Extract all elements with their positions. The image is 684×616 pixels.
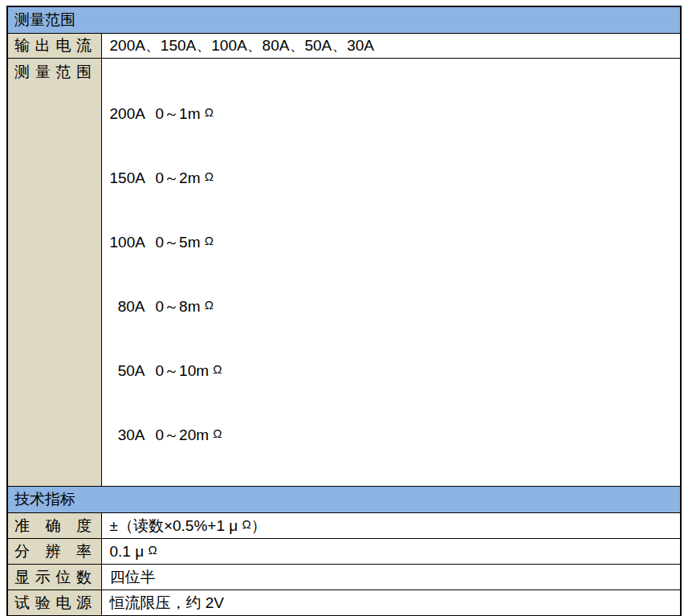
range-line: 100A0～5m Ω: [110, 229, 678, 255]
range-line: 200A0～1m Ω: [110, 100, 678, 127]
row-label-display-digits: 显示位数: [7, 565, 101, 590]
ohm-symbol: Ω: [205, 169, 214, 183]
ohm-symbol: Ω: [205, 298, 214, 312]
row-label-resolution: 分辨率: [7, 539, 101, 565]
row-value-measurement-range: 200A0～1m Ω 150A0～2m Ω 100A0～5m Ω 80A0～8m…: [101, 58, 681, 487]
range-value: 0～8m Ω: [156, 298, 214, 315]
row-value-resolution: 0.1 μ Ω: [101, 539, 681, 565]
row-label-text: 分辨率: [14, 542, 92, 561]
range-value: 0～2m Ω: [156, 169, 214, 186]
range-current: 30A: [110, 423, 145, 448]
range-line: 50A0～10m Ω: [110, 357, 678, 384]
range-line: 30A0～20m Ω: [110, 422, 678, 448]
ohm-symbol: Ω: [205, 234, 214, 247]
range-value: 0～20m Ω: [156, 426, 222, 443]
row-label-output-current: 输出电流: [7, 33, 101, 58]
range-value: 0～1m Ω: [156, 105, 214, 122]
range-value: 0～5m Ω: [156, 234, 214, 251]
row-value-accuracy: ±（读数×0.5%+1 μ Ω）: [101, 513, 681, 539]
row-label-text: 试验电源: [14, 594, 92, 613]
range-current: 80A: [110, 295, 145, 320]
spec-table: 测量范围 输出电流 200A、150A、100A、80A、50A、30A 测量范…: [6, 6, 682, 616]
row-label-measurement-range: 测量范围: [7, 58, 101, 487]
range-current: 100A: [110, 230, 145, 255]
ohm-symbol: Ω: [213, 362, 222, 376]
range-current: 50A: [110, 359, 145, 384]
section-header-tech-specs: 技术指标: [7, 487, 681, 513]
row-label-accuracy: 准确度: [7, 513, 101, 539]
ohm-symbol: Ω: [148, 543, 157, 557]
row-label-text: 输出电流: [14, 36, 92, 55]
row-label-text: 准确度: [14, 516, 92, 536]
range-current: 150A: [110, 166, 145, 191]
section-header-measurement-range: 测量范围: [7, 6, 681, 33]
row-value-test-power: 恒流限压，约 2V: [101, 590, 681, 616]
ohm-symbol: Ω: [205, 105, 214, 119]
range-current: 200A: [110, 102, 145, 127]
row-label-text: 显示位数: [14, 568, 92, 587]
row-value-output-current: 200A、150A、100A、80A、50A、30A: [101, 33, 681, 58]
range-line: 80A0～8m Ω: [110, 293, 678, 320]
range-line: 150A0～2m Ω: [110, 165, 678, 191]
row-value-display-digits: 四位半: [101, 565, 681, 590]
row-label-text: 测量范围: [14, 63, 92, 82]
row-label-test-power: 试验电源: [7, 590, 101, 616]
ohm-symbol: Ω: [242, 517, 251, 531]
range-value: 0～10m Ω: [156, 362, 222, 379]
ohm-symbol: Ω: [213, 426, 222, 440]
